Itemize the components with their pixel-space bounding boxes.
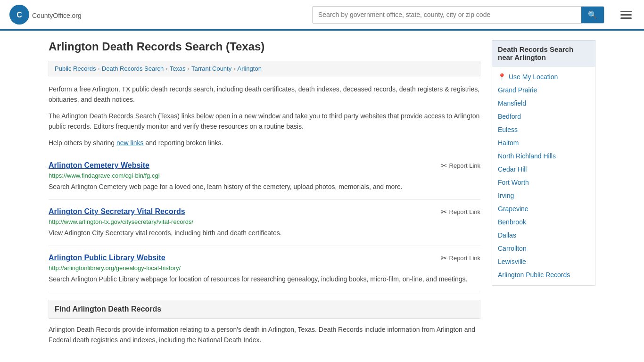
logo[interactable]: C CountyOffice.org (9, 5, 82, 25)
breadcrumb-sep: › (233, 65, 235, 72)
record-url-2[interactable]: http://www.arlington-tx.gov/citysecretar… (49, 218, 480, 225)
description-3: Help others by sharing new links and rep… (49, 138, 480, 148)
sidebar-item-dallas[interactable]: Dallas (492, 229, 595, 242)
breadcrumb-sep: › (188, 65, 190, 72)
breadcrumb-death-records-search[interactable]: Death Records Search (102, 65, 164, 72)
sidebar-item-grand-prairie[interactable]: Grand Prairie (492, 83, 595, 97)
sidebar-use-my-location[interactable]: 📍 Use My Location (492, 70, 595, 83)
sidebar: Death Records Search near Arlington 📍 Us… (492, 40, 595, 351)
location-pin-icon: 📍 (498, 73, 506, 81)
breadcrumb-tarrant-county[interactable]: Tarrant County (191, 65, 231, 72)
record-title-2[interactable]: Arlington City Secretary Vital Records (49, 207, 185, 216)
record-entry-1: Arlington Cemetery Website ✂ Report Link… (49, 154, 480, 200)
breadcrumb-sep: › (98, 65, 99, 72)
search-icon: 🔍 (588, 11, 597, 19)
new-links-link[interactable]: new links (116, 139, 144, 147)
breadcrumb-texas[interactable]: Texas (170, 65, 186, 72)
sidebar-item-euless[interactable]: Euless (492, 123, 595, 136)
sidebar-body: 📍 Use My Location Grand Prairie Mansfiel… (492, 66, 595, 286)
menu-line (620, 14, 632, 16)
record-url-1[interactable]: https://www.findagrave.com/cgi-bin/fg.cg… (49, 172, 480, 179)
find-section-desc: Arlington Death Records provide informat… (49, 324, 480, 346)
breadcrumb-sep: › (165, 65, 167, 72)
search-bar: 🔍 (312, 6, 604, 24)
breadcrumb-arlington[interactable]: Arlington (238, 65, 262, 72)
search-input[interactable] (313, 7, 581, 23)
sidebar-item-haltom[interactable]: Haltom (492, 136, 595, 149)
report-icon-1: ✂ (441, 161, 447, 170)
sidebar-item-carrollton[interactable]: Carrollton (492, 242, 595, 255)
description-1: Perform a free Arlington, TX public deat… (49, 84, 480, 105)
record-entry-2: Arlington City Secretary Vital Records ✂… (49, 200, 480, 246)
record-desc-2: View Arlington City Secretary vital reco… (49, 228, 480, 238)
sidebar-header: Death Records Search near Arlington (492, 40, 595, 66)
record-url-3[interactable]: http://arlingtonlibrary.org/genealogy-lo… (49, 264, 480, 272)
sidebar-item-arlington-public-records[interactable]: Arlington Public Records (492, 268, 595, 281)
breadcrumb-public-records[interactable]: Public Records (55, 65, 96, 72)
report-link-1[interactable]: ✂ Report Link (441, 161, 480, 170)
menu-line (620, 17, 632, 19)
find-section-header: Find Arlington Death Records (49, 300, 480, 319)
record-desc-1: Search Arlington Cemetery web page for a… (49, 182, 480, 192)
use-my-location-link[interactable]: Use My Location (509, 73, 558, 81)
logo-text: CountyOffice.org (32, 9, 82, 20)
report-icon-2: ✂ (441, 207, 447, 216)
sidebar-item-irving[interactable]: Irving (492, 189, 595, 202)
sidebar-item-north-richland-hills[interactable]: North Richland Hills (492, 149, 595, 163)
page-title: Arlington Death Records Search (Texas) (49, 40, 480, 53)
sidebar-item-grapevine[interactable]: Grapevine (492, 202, 595, 215)
report-link-2[interactable]: ✂ Report Link (441, 207, 480, 216)
menu-line (620, 11, 632, 12)
sidebar-item-fort-worth[interactable]: Fort Worth (492, 176, 595, 189)
sidebar-item-mansfield[interactable]: Mansfield (492, 97, 595, 110)
description-2: The Arlington Death Records Search (Texa… (49, 111, 480, 132)
record-title-1[interactable]: Arlington Cemetery Website (49, 161, 149, 170)
breadcrumb: Public Records › Death Records Search › … (49, 61, 480, 76)
logo-icon: C (9, 5, 29, 25)
sidebar-item-lewisville[interactable]: Lewisville (492, 255, 595, 268)
svg-text:C: C (17, 11, 22, 19)
record-entry-3: Arlington Public Library Website ✂ Repor… (49, 246, 480, 292)
record-title-3[interactable]: Arlington Public Library Website (49, 254, 165, 262)
report-icon-3: ✂ (441, 254, 447, 263)
sidebar-item-bedford[interactable]: Bedford (492, 110, 595, 123)
record-desc-3: Search Arlington Public Library webpage … (49, 274, 480, 284)
report-link-3[interactable]: ✂ Report Link (441, 254, 480, 263)
menu-button[interactable] (618, 8, 635, 22)
search-button[interactable]: 🔍 (581, 7, 604, 23)
sidebar-item-cedar-hill[interactable]: Cedar Hill (492, 163, 595, 176)
sidebar-item-benbrook[interactable]: Benbrook (492, 215, 595, 229)
